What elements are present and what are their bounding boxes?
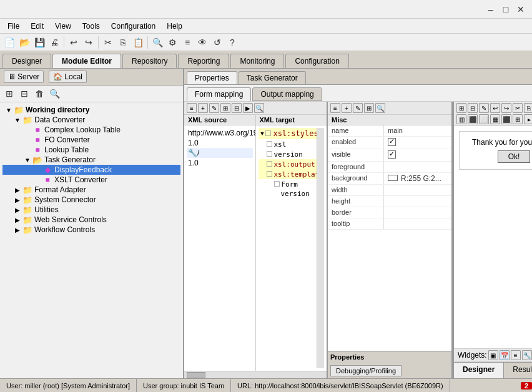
- prev-btn5[interactable]: ↪: [501, 103, 511, 113]
- tab-repository[interactable]: Repository: [122, 54, 177, 68]
- props-btn2[interactable]: +: [342, 103, 352, 113]
- prev-btn7[interactable]: ⎘: [524, 103, 532, 113]
- prev-btn3[interactable]: ✎: [479, 103, 489, 113]
- tab-designer[interactable]: Designer: [2, 54, 51, 68]
- tab-module-editor[interactable]: Module Editor: [52, 54, 121, 68]
- prop-value-height[interactable]: [384, 196, 451, 207]
- toggle-complex[interactable]: [22, 127, 32, 134]
- prop-value-width[interactable]: [384, 185, 451, 195]
- refresh-button[interactable]: ↺: [210, 36, 224, 49]
- tree-display-feedback[interactable]: ◆ DisplayFeedback: [2, 165, 180, 175]
- debugging-button[interactable]: Debugging/Profiling: [330, 365, 401, 376]
- tab-configuration[interactable]: Configuration: [285, 54, 348, 68]
- collapse-button[interactable]: ⊟: [17, 87, 31, 100]
- toggle-workflow[interactable]: ▶: [12, 227, 22, 233]
- save-button[interactable]: 💾: [32, 36, 46, 49]
- eye-button[interactable]: 👁: [195, 36, 209, 49]
- toggle-xslt[interactable]: [32, 177, 42, 184]
- print-button[interactable]: 🖨: [47, 36, 61, 49]
- tree-utilities[interactable]: ▶ 📁 Utilities: [2, 205, 180, 215]
- prop-value-background[interactable]: R:255 G:2...: [384, 173, 451, 184]
- xml-btn4[interactable]: ⊞: [220, 103, 230, 113]
- search-button[interactable]: 🔍: [150, 36, 164, 49]
- list-button[interactable]: ≡: [180, 36, 194, 49]
- xml-target-xsl[interactable]: ☐ xsl: [259, 139, 317, 149]
- toggle-data-conv[interactable]: ▼: [12, 117, 22, 124]
- delete-button[interactable]: 🗑: [32, 87, 46, 100]
- menu-view[interactable]: View: [50, 21, 76, 32]
- minimize-button[interactable]: –: [485, 3, 497, 16]
- menu-edit[interactable]: Edit: [26, 21, 49, 32]
- toggle-util[interactable]: ▶: [12, 207, 22, 213]
- xml-target-form[interactable]: ☐ Form: [259, 179, 317, 189]
- toggle-working[interactable]: ▼: [4, 107, 14, 114]
- toggle-fo[interactable]: [22, 137, 32, 144]
- xml-target-output[interactable]: ☐ xsl:output (method='xml': [259, 159, 317, 169]
- prop-value-tooltip[interactable]: [384, 218, 451, 229]
- prop-value-border[interactable]: [384, 207, 451, 218]
- xml-target-version2[interactable]: version: [259, 189, 317, 198]
- tab-output-mapping[interactable]: Output mapping: [252, 87, 322, 101]
- xml-hscroll[interactable]: [184, 371, 327, 378]
- undo-button[interactable]: ↩: [67, 36, 81, 49]
- xml-target-scrollbar[interactable]: [317, 128, 324, 368]
- prev-btn1[interactable]: ⊞: [456, 103, 466, 113]
- toggle-web[interactable]: ▶: [12, 217, 22, 223]
- props-btn5[interactable]: 🔍: [375, 103, 385, 113]
- redo-button[interactable]: ↪: [82, 36, 96, 49]
- connect-button[interactable]: ⚙: [165, 36, 179, 49]
- tab-monitoring[interactable]: Monitoring: [230, 54, 284, 68]
- toggle-format[interactable]: ▶: [12, 187, 22, 194]
- prev-btn17[interactable]: ⬛: [501, 114, 511, 124]
- prev-btn15[interactable]: ⬜: [479, 114, 489, 124]
- xml-btn1[interactable]: ≡: [187, 103, 197, 113]
- prop-value-name[interactable]: main: [384, 125, 451, 136]
- tab-properties[interactable]: Properties: [187, 71, 237, 84]
- help-button[interactable]: ?: [225, 36, 239, 49]
- toggle-lookup[interactable]: [22, 147, 32, 154]
- preview-tab-designer[interactable]: Designer: [454, 363, 504, 378]
- tree-system-connector[interactable]: ▶ 📁 System Connector: [2, 195, 180, 205]
- tree-task-generator[interactable]: ▼ 📂 Task Generator: [2, 155, 180, 165]
- xml-source-path[interactable]: 🔧 /: [187, 148, 253, 158]
- prev-btn14[interactable]: ⬛: [468, 114, 478, 124]
- local-button[interactable]: 🏠 Local: [49, 71, 87, 83]
- ok-button[interactable]: Ok!: [498, 150, 531, 163]
- prev-btn18[interactable]: ⊞: [513, 114, 523, 124]
- menu-file[interactable]: File: [2, 21, 24, 32]
- xml-btn5[interactable]: ⊟: [232, 103, 242, 113]
- widget-btn1[interactable]: ▣: [488, 350, 498, 360]
- tab-reporting[interactable]: Reporting: [178, 54, 229, 68]
- tree-web-service[interactable]: ▶ 📁 Web Service Controls: [2, 215, 180, 225]
- tree-workflow[interactable]: ▶ 📁 Workflow Controls: [2, 225, 180, 235]
- toggle-display[interactable]: [32, 167, 42, 174]
- copy-button[interactable]: ⎘: [116, 36, 130, 49]
- xml-btn7[interactable]: 🔍: [254, 103, 264, 113]
- toggle-task[interactable]: ▼: [22, 157, 32, 164]
- xml-btn2[interactable]: +: [198, 103, 208, 113]
- widget-btn2[interactable]: 📅: [500, 350, 510, 360]
- prev-btn2[interactable]: ⊟: [468, 103, 478, 113]
- new-button[interactable]: 📄: [2, 36, 16, 49]
- xml-target-template[interactable]: ☐ xsl:template: [259, 169, 317, 179]
- tree-complex-lookup[interactable]: ■ Complex Lookup Table: [2, 125, 180, 135]
- props-btn3[interactable]: ✎: [353, 103, 363, 113]
- prop-value-enabled[interactable]: [384, 137, 451, 149]
- props-btn1[interactable]: ≡: [330, 103, 340, 113]
- tree-working-directory[interactable]: ▼ 📁 Working directory: [2, 105, 180, 115]
- tab-form-mapping[interactable]: Form mapping: [187, 87, 251, 101]
- expand-button[interactable]: ⊞: [2, 87, 16, 100]
- server-button[interactable]: 🖥 Server: [4, 71, 44, 83]
- paste-button[interactable]: 📋: [131, 36, 145, 49]
- props-btn4[interactable]: ⊞: [364, 103, 374, 113]
- menu-help[interactable]: Help: [162, 21, 187, 32]
- enabled-checkbox[interactable]: [388, 138, 396, 146]
- xml-btn3[interactable]: ✎: [209, 103, 219, 113]
- maximize-button[interactable]: □: [500, 3, 512, 16]
- tree-xslt-converter[interactable]: ■ XSLT Converter: [2, 175, 180, 185]
- xml-btn6[interactable]: ▶: [243, 103, 253, 113]
- xml-target-version[interactable]: ☐ version: [259, 149, 317, 159]
- widget-btn4[interactable]: 🔧: [522, 350, 532, 360]
- visible-checkbox[interactable]: [388, 150, 396, 159]
- prop-value-visible[interactable]: [384, 149, 451, 161]
